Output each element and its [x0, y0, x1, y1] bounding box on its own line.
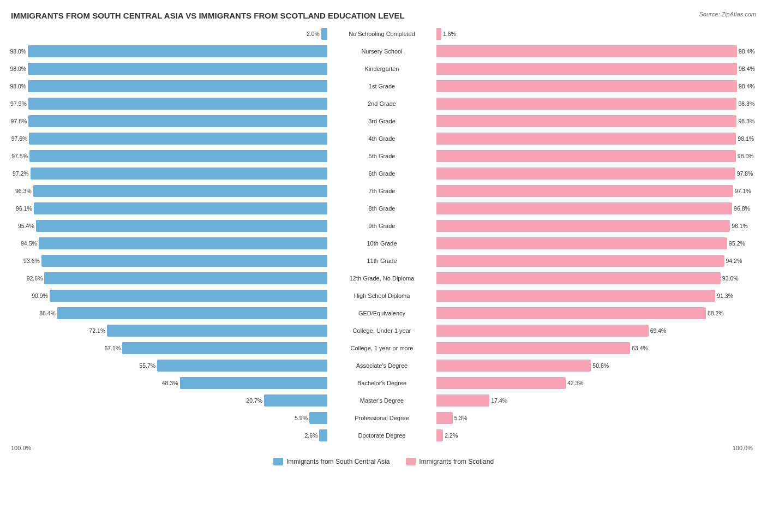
bar-right: 97.1% [436, 185, 733, 197]
bar-left: 88.4% [57, 307, 327, 319]
bar-left-container: 98.0% [11, 43, 327, 59]
bar-right-container: 98.3% [436, 113, 753, 129]
bar-left: 2.0% [321, 28, 327, 40]
bar-right-container: 98.3% [436, 95, 753, 112]
bar-right: 63.4% [436, 342, 630, 354]
value-left: 97.2% [13, 170, 29, 177]
table-row: 72.1% College, Under 1 year 69.4% [11, 322, 756, 339]
table-row: 2.0% No Schooling Completed 1.6% [11, 26, 756, 42]
bar-right: 98.3% [436, 115, 736, 127]
bar-right: 98.3% [436, 98, 736, 110]
bar-left: 97.8% [28, 115, 327, 127]
value-right: 97.1% [735, 188, 751, 194]
value-right: 88.2% [708, 310, 724, 316]
axis-bottom: 100.0% 100.0% [11, 445, 753, 451]
bar-left-container: 97.5% [11, 148, 327, 164]
bar-left: 96.1% [34, 202, 327, 214]
bar-left-container: 2.6% [11, 427, 327, 444]
bar-right-container: 5.3% [436, 410, 753, 426]
value-right: 94.2% [726, 258, 742, 264]
table-row: 98.0% Kindergarten 98.4% [11, 61, 756, 77]
bar-right-container: 2.2% [436, 427, 753, 444]
bar-left-container: 97.2% [11, 165, 327, 182]
bar-right: 50.6% [436, 360, 591, 372]
bar-right-container: 95.2% [436, 235, 753, 252]
bar-left-container: 20.7% [11, 392, 327, 409]
value-left: 98.0% [10, 48, 26, 55]
bar-left: 5.9% [309, 412, 327, 424]
bar-left-container: 88.4% [11, 305, 327, 321]
bar-left-container: 98.0% [11, 78, 327, 94]
value-right: 63.4% [632, 345, 648, 351]
bar-right-container: 1.6% [436, 26, 753, 42]
bar-left: 2.6% [319, 429, 327, 441]
table-row: 97.2% 6th Grade 97.8% [11, 165, 756, 182]
bar-left-container: 92.6% [11, 270, 327, 286]
category-label: 8th Grade [327, 205, 436, 212]
axis-right-value: 100.0% [436, 445, 753, 451]
bar-right: 2.2% [436, 429, 443, 441]
table-row: 94.5% 10th Grade 95.2% [11, 235, 756, 252]
bar-right-container: 91.3% [436, 288, 753, 304]
bar-left: 96.3% [33, 185, 327, 197]
legend-item-left: Immigrants from South Central Asia [273, 458, 390, 465]
category-label: Nursery School [327, 48, 436, 55]
bar-right-container: 88.2% [436, 305, 753, 321]
value-left: 96.1% [16, 205, 32, 212]
bar-left-container: 55.7% [11, 357, 327, 374]
bar-right-container: 97.8% [436, 165, 753, 182]
bar-left-container: 2.0% [11, 26, 327, 42]
table-row: 92.6% 12th Grade, No Diploma 93.0% [11, 270, 756, 286]
bar-right-container: 96.8% [436, 200, 753, 217]
table-row: 98.0% Nursery School 98.4% [11, 43, 756, 59]
bar-right: 91.3% [436, 290, 715, 302]
bar-left: 93.6% [41, 255, 327, 267]
legend: Immigrants from South Central Asia Immig… [11, 458, 756, 465]
value-left: 98.0% [10, 83, 26, 89]
category-label: Bachelor's Degree [327, 380, 436, 386]
bar-right-container: 94.2% [436, 253, 753, 269]
bar-right: 98.4% [436, 80, 737, 92]
table-row: 96.3% 7th Grade 97.1% [11, 183, 756, 199]
category-label: College, Under 1 year [327, 327, 436, 334]
value-left: 20.7% [246, 397, 262, 404]
bar-left-container: 97.9% [11, 95, 327, 112]
category-label: Associate's Degree [327, 362, 436, 369]
legend-label-right: Immigrants from Scotland [419, 458, 494, 465]
category-label: No Schooling Completed [327, 31, 436, 37]
table-row: 93.6% 11th Grade 94.2% [11, 253, 756, 269]
bar-right-container: 98.4% [436, 43, 753, 59]
bar-left-container: 72.1% [11, 322, 327, 339]
value-left: 92.6% [27, 275, 43, 282]
value-right: 98.3% [738, 100, 754, 107]
legend-box-right [406, 458, 416, 465]
category-label: College, 1 year or more [327, 345, 436, 351]
value-right: 98.4% [739, 65, 755, 72]
bar-right: 98.4% [436, 63, 737, 75]
bar-right: 17.4% [436, 394, 489, 407]
bar-left: 97.2% [31, 168, 327, 180]
value-right: 50.6% [592, 362, 609, 369]
bar-left-container: 5.9% [11, 410, 327, 426]
bar-left: 97.5% [29, 150, 327, 162]
bar-right-container: 69.4% [436, 322, 753, 339]
category-label: 9th Grade [327, 223, 436, 229]
category-label: 5th Grade [327, 153, 436, 159]
bar-right-container: 42.3% [436, 375, 753, 391]
category-label: 3rd Grade [327, 118, 436, 124]
table-row: 20.7% Master's Degree 17.4% [11, 392, 756, 409]
bar-right: 98.4% [436, 45, 737, 57]
value-left: 5.9% [295, 415, 308, 421]
category-label: Professional Degree [327, 415, 436, 421]
value-right: 96.1% [732, 223, 748, 229]
table-row: 97.5% 5th Grade 98.0% [11, 148, 756, 164]
value-left: 48.3% [162, 380, 178, 386]
bar-right: 97.8% [436, 168, 735, 180]
bar-left: 67.1% [122, 342, 327, 354]
value-left: 93.6% [23, 258, 40, 264]
value-right: 17.4% [491, 397, 507, 404]
bar-right-container: 50.6% [436, 357, 753, 374]
value-right: 95.2% [729, 240, 745, 247]
table-row: 2.6% Doctorate Degree 2.2% [11, 427, 756, 444]
category-label: 10th Grade [327, 240, 436, 247]
